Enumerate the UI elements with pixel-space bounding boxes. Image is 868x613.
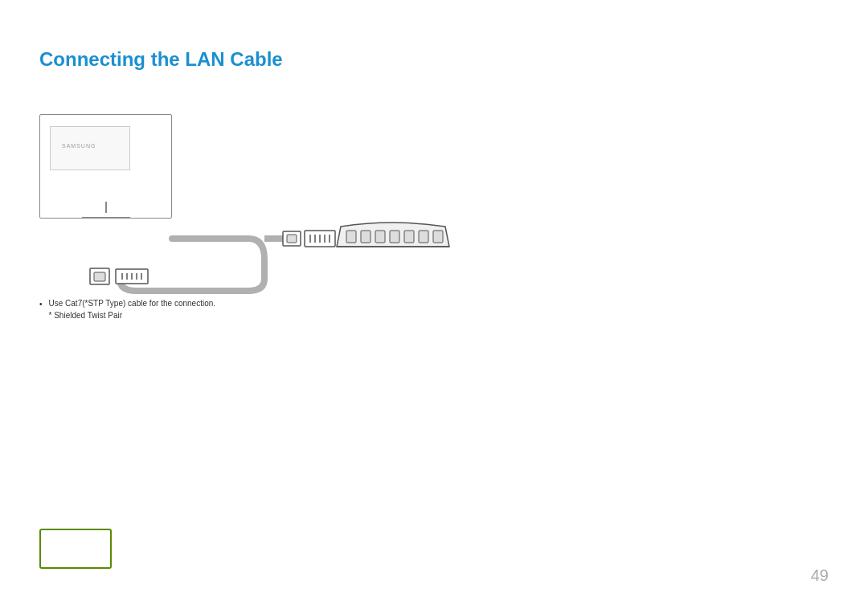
- svg-rect-12: [390, 231, 399, 243]
- note-section: • Use Cat7(*STP Type) cable for the conn…: [39, 297, 215, 325]
- monitor-stand-pole: [105, 202, 107, 213]
- svg-rect-17: [90, 268, 109, 284]
- svg-rect-18: [94, 272, 105, 281]
- monitor-illustration: SAMSUNG: [39, 114, 172, 219]
- green-rectangle-decoration: [39, 529, 112, 569]
- svg-rect-11: [375, 231, 385, 243]
- note-line-2: * Shielded Twist Pair: [49, 311, 123, 320]
- svg-rect-2: [287, 235, 297, 243]
- svg-rect-1: [283, 231, 301, 246]
- diagram-area: SAMSUNG: [39, 90, 829, 395]
- svg-rect-19: [116, 269, 148, 284]
- monitor-stand-base: [82, 213, 130, 218]
- svg-rect-14: [419, 231, 428, 243]
- page-number: 49: [811, 566, 829, 585]
- svg-rect-10: [361, 231, 371, 243]
- bullet-icon: •: [39, 298, 43, 311]
- svg-rect-13: [404, 231, 414, 243]
- page-container: Connecting the LAN Cable SAMSUNG: [0, 0, 868, 613]
- svg-rect-9: [346, 231, 356, 243]
- svg-rect-3: [305, 231, 335, 247]
- note-line-1: Use Cat7(*STP Type) cable for the connec…: [49, 299, 216, 308]
- note-text: Use Cat7(*STP Type) cable for the connec…: [49, 297, 216, 321]
- monitor-brand-label: SAMSUNG: [62, 143, 96, 149]
- note-item: • Use Cat7(*STP Type) cable for the conn…: [39, 297, 215, 321]
- monitor-screen: SAMSUNG: [50, 126, 130, 170]
- svg-rect-15: [433, 231, 443, 243]
- page-title: Connecting the LAN Cable: [39, 48, 829, 71]
